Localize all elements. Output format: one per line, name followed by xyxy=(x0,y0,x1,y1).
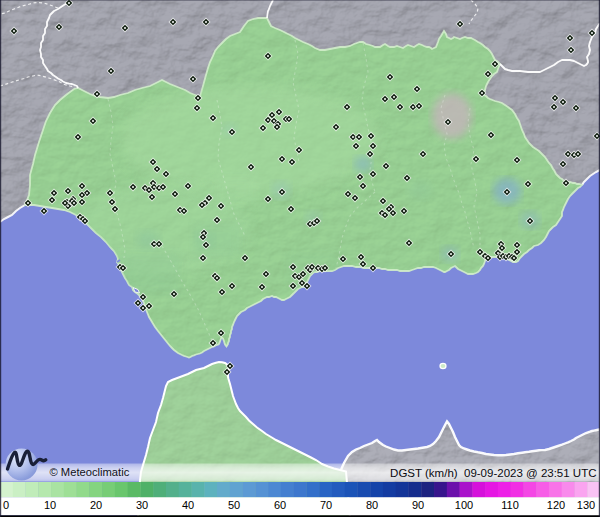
svg-text:30: 30 xyxy=(136,499,148,511)
svg-text:90: 90 xyxy=(412,499,424,511)
svg-text:© Meteoclimatic: © Meteoclimatic xyxy=(50,466,130,478)
svg-text:130: 130 xyxy=(577,499,595,511)
svg-text:50: 50 xyxy=(228,499,240,511)
svg-text:40: 40 xyxy=(182,499,194,511)
svg-text:10: 10 xyxy=(44,499,56,511)
svg-text:60: 60 xyxy=(274,499,286,511)
svg-text:100: 100 xyxy=(455,499,473,511)
svg-text:110: 110 xyxy=(501,499,519,511)
svg-text:20: 20 xyxy=(90,499,102,511)
svg-text:120: 120 xyxy=(547,499,565,511)
svg-text:DGST (km/h) 09-09-2023 @ 23:5: DGST (km/h) 09-09-2023 @ 23:51 UTC xyxy=(390,467,596,479)
svg-text:0: 0 xyxy=(3,499,9,511)
svg-text:70: 70 xyxy=(320,499,332,511)
svg-text:80: 80 xyxy=(366,499,378,511)
